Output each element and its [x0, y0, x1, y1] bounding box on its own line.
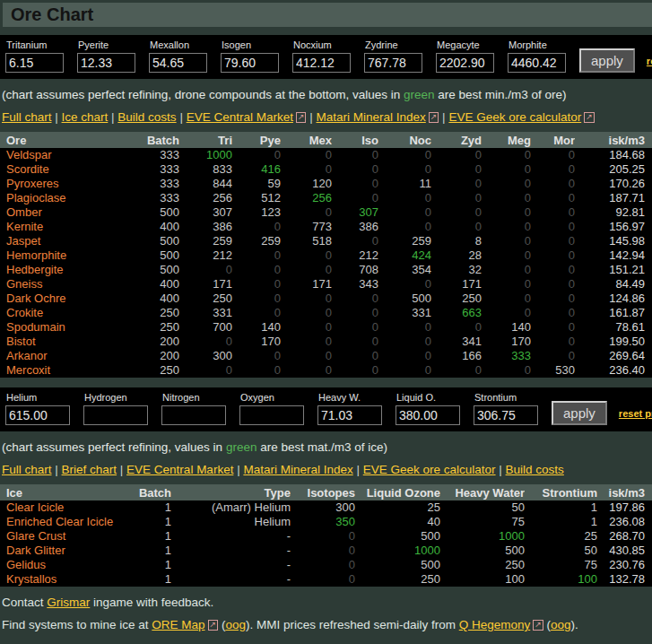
ore-table-cell-mex: 0: [281, 320, 332, 335]
ore-table-cell-isk-m3: 156.97: [575, 220, 652, 234]
ice-nav-link-eve-geek-ore-calculator[interactable]: EVE Geek ore calculator: [363, 463, 496, 476]
ice-table-cell-ice: Dark Glitter: [0, 544, 126, 558]
ore-table-cell-meg: 0: [482, 292, 531, 306]
ore-table-cell-mor: 0: [531, 177, 575, 191]
ore-nav-link-build-costs[interactable]: Build costs: [117, 110, 176, 124]
ore-table-cell-isk-m3: 92.81: [575, 205, 652, 220]
ore-nav-separator: |: [306, 110, 316, 124]
footer-link-q-hegemony[interactable]: Q Hegemony: [459, 618, 531, 631]
ice-note-text: are best mat./m3 of ice): [256, 440, 387, 454]
ore-input-isogen[interactable]: [221, 53, 279, 73]
ore-table-cell-isk-m3: 78.61: [575, 320, 652, 335]
ice-label-helium: Helium: [6, 392, 70, 403]
ore-table-cell-mor: 0: [531, 349, 575, 363]
ore-table-cell-pye: 0: [232, 263, 281, 277]
ore-table-cell-ore: Arkanor: [0, 349, 130, 363]
ore-table-header-row: OreBatchTriPyeMexIsoNocZydMegMorisk/m3: [0, 132, 652, 148]
ore-table-cell-pye: 59: [232, 177, 281, 191]
ore-table-cell-ore: Omber: [0, 205, 130, 220]
ore-table-cell-pye: 0: [232, 277, 281, 292]
ice-label-oxygen: Oxygen: [240, 392, 304, 403]
ore-table-cell-mex: 0: [281, 162, 332, 177]
ice-input-strontium[interactable]: [474, 405, 538, 425]
ore-table-cell-zyd: 341: [431, 335, 482, 349]
ore-nav-links: Full chart | Ice chart | Build costs | E…: [2, 110, 652, 124]
footer-link-oog[interactable]: oog: [551, 618, 571, 631]
ore-nav-link-ice-chart[interactable]: Ice chart: [62, 110, 109, 124]
ore-table-cell-isk-m3: 124.86: [575, 292, 652, 306]
ore-table-cell-zyd: 0: [431, 320, 482, 335]
ice-nav-link-brief-chart[interactable]: Brief chart: [62, 463, 117, 476]
ore-table-cell-tri: 1000: [179, 148, 232, 162]
ice-table-cell-isotopes: 0: [291, 572, 355, 587]
ice-input-oxygen[interactable]: [239, 405, 304, 425]
ice-table-cell-batch: 1: [126, 544, 171, 558]
ore-input-pyerite[interactable]: [77, 53, 135, 73]
ore-table-cell-tri: 833: [179, 162, 232, 177]
ice-table-cell-isk-m3: 132.78: [597, 572, 652, 587]
ore-apply-button[interactable]: apply: [579, 48, 635, 73]
ore-note: (chart assumes perfect refining, drone c…: [2, 88, 652, 101]
ore-input-tritanium[interactable]: [5, 53, 64, 73]
ice-input-nitrogen[interactable]: [161, 405, 226, 425]
ice-table-cell-type: Helium: [171, 515, 291, 529]
ore-input-mexallon[interactable]: [149, 53, 207, 73]
ore-table-cell-pye: 0: [232, 349, 281, 363]
ore-table-row-plagioclase: Plagioclase33325651225600000187.71: [0, 191, 652, 205]
ore-table-cell-noc: 0: [378, 349, 431, 363]
ore-table-cell-zyd: 171: [431, 277, 482, 292]
ore-table-cell-mor: 530: [531, 363, 575, 378]
ore-reset-price-link[interactable]: reset price: [647, 56, 652, 66]
ice-input-hydrogen[interactable]: [83, 405, 148, 425]
ice-table-cell-isk-m3: 236.08: [597, 515, 652, 529]
ore-input-zydrine[interactable]: [364, 53, 422, 73]
ice-label-heavy-w: Heavy W.: [318, 392, 382, 403]
ore-table-cell-ore: Gneiss: [0, 277, 130, 292]
ore-input-megacyte[interactable]: [436, 53, 494, 73]
ore-table-cell-pye: 0: [232, 220, 281, 234]
ice-nav-link-full-chart[interactable]: Full chart: [2, 463, 52, 476]
ore-table-cell-isk-m3: 170.26: [575, 177, 652, 191]
footer-link-oog[interactable]: oog: [225, 618, 246, 631]
ice-nav-link-matari-mineral-index[interactable]: Matari Mineral Index: [243, 463, 352, 476]
ore-input-morphite[interactable]: [508, 53, 566, 73]
ice-nav-link-eve-central-market[interactable]: EVE Central Market: [126, 463, 233, 476]
footer-link-grismar[interactable]: Grismar: [47, 596, 90, 609]
ore-table-cell-ore: Pyroxeres: [0, 177, 130, 191]
ore-input-nocxium[interactable]: [292, 53, 351, 73]
ore-table-row-kernite: Kernite40038607733860000156.97: [0, 220, 652, 234]
ice-input-helium[interactable]: [5, 405, 70, 425]
ore-table-cell-iso: 0: [332, 363, 378, 378]
ore-table-cell-zyd: 663: [431, 306, 482, 320]
ore-nav-link-eve-central-market[interactable]: EVE Central Market: [187, 110, 293, 124]
ore-nav-link-full-chart[interactable]: Full chart: [2, 110, 52, 124]
ice-input-liquid-o[interactable]: [396, 405, 460, 425]
ice-field-liquid-o: Liquid O.: [396, 392, 460, 425]
ore-table-cell-ore: Dark Ochre: [0, 292, 130, 306]
ore-table-cell-batch: 400: [130, 277, 179, 292]
ore-table-cell-meg: 0: [482, 220, 531, 234]
ore-nav-link-matari-mineral-index[interactable]: Matari Mineral Index: [317, 110, 426, 124]
ore-nav-link-eve-geek-ore-calculator[interactable]: EVE Geek ore calculator: [448, 110, 581, 124]
ice-table-cell-strontium: 1: [525, 500, 597, 515]
ore-price-strip: TritaniumPyeriteMexallonIsogenNocxiumZyd…: [0, 35, 652, 79]
ice-table-cell-strontium: 100: [525, 572, 597, 587]
ore-table-cell-noc: 0: [378, 277, 431, 292]
ice-nav-link-build-costs[interactable]: Build costs: [506, 463, 564, 476]
footer-text: Find systems to mine ice at: [2, 618, 152, 631]
ice-table-cell-batch: 1: [126, 572, 171, 587]
ice-price-strip: HeliumHydrogenNitrogenOxygenHeavy W.Liqu…: [0, 387, 652, 431]
ore-table-row-arkanor: Arkanor20030000001663330269.64: [0, 349, 652, 363]
ice-reset-price-link[interactable]: reset price: [619, 408, 652, 419]
ice-table-cell-heavy-water: 50: [440, 500, 525, 515]
ice-table-cell-strontium: 75: [525, 558, 597, 572]
ice-table-cell-batch: 1: [126, 500, 171, 515]
ore-table-cell-batch: 250: [130, 306, 179, 320]
ore-label-megacyte: Megacyte: [437, 39, 494, 50]
ore-note-text: (chart assumes perfect refining, drone c…: [2, 88, 404, 101]
ore-table-cell-batch: 500: [130, 205, 179, 220]
ore-table-cell-batch: 500: [130, 234, 179, 248]
ice-input-heavy-w[interactable]: [317, 405, 382, 425]
ice-apply-button[interactable]: apply: [552, 401, 607, 425]
footer-link-ore-map[interactable]: ORE Map: [152, 618, 204, 631]
